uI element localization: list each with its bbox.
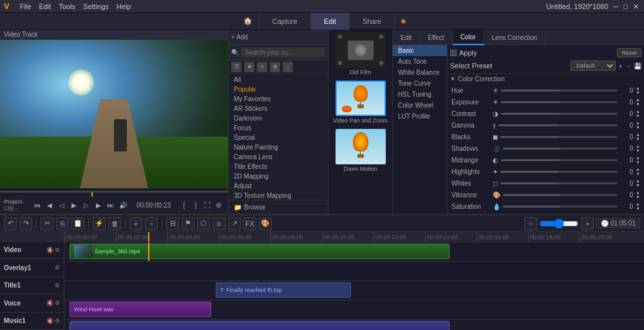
- midrange-steppers[interactable]: ▲▼: [636, 155, 640, 164]
- cat-special[interactable]: Special: [229, 133, 328, 142]
- zoom-out-button[interactable]: −: [145, 217, 158, 230]
- maximize-button[interactable]: □: [623, 3, 628, 10]
- music-settings-icon[interactable]: ⚙: [55, 318, 60, 324]
- sub-color-wheel[interactable]: Color Wheel: [393, 100, 447, 111]
- exposure-track[interactable]: [501, 101, 618, 103]
- volume-button[interactable]: 🔊: [118, 200, 128, 210]
- highlights-steppers[interactable]: ▲▼: [636, 167, 640, 176]
- minimize-button[interactable]: ─: [614, 3, 619, 10]
- tab-capture[interactable]: Capture: [260, 13, 311, 30]
- effect-old-film[interactable]: Old Film: [332, 32, 390, 75]
- cat-nature[interactable]: Nature Painting: [229, 142, 328, 152]
- sub-white-balance[interactable]: White Balance: [393, 67, 447, 78]
- voice-settings-icon[interactable]: ⚙: [55, 300, 60, 306]
- cat-2d-mapping[interactable]: 2D Mapping: [229, 171, 328, 181]
- hue-steppers[interactable]: ▲▼: [636, 86, 640, 95]
- split-button[interactable]: ⚡: [93, 217, 106, 230]
- apply-checkbox[interactable]: [450, 50, 457, 56]
- whites-track[interactable]: [500, 182, 618, 184]
- sub-hsl-tuning[interactable]: HSL Tuning: [393, 89, 447, 100]
- gamma-track[interactable]: [498, 124, 618, 126]
- preset-select[interactable]: Default: [571, 61, 616, 71]
- zoom-minus[interactable]: −: [524, 217, 537, 230]
- close-button[interactable]: ✕: [633, 3, 639, 11]
- shadows-steppers[interactable]: ▲▼: [636, 144, 640, 153]
- browse-button[interactable]: 📁 Browse: [229, 200, 328, 214]
- snap-button[interactable]: ⊟: [166, 217, 179, 230]
- vibrance-track[interactable]: [503, 194, 618, 196]
- go-end-button[interactable]: ⏭: [106, 200, 116, 210]
- cat-camera[interactable]: Camera Lens: [229, 152, 328, 162]
- menu-settings[interactable]: Settings: [83, 3, 109, 10]
- step-fwd-button[interactable]: ▷: [81, 200, 91, 210]
- cat-title-effects[interactable]: Title Effects: [229, 162, 328, 171]
- tab-effect[interactable]: Effect: [420, 30, 452, 45]
- preset-add-icon[interactable]: ＋: [617, 61, 624, 71]
- voice-mute-icon[interactable]: 🔇: [46, 300, 53, 306]
- shadows-track[interactable]: [503, 148, 618, 150]
- saturation-track[interactable]: [503, 206, 618, 208]
- tab-edit-main[interactable]: Edit: [393, 30, 420, 45]
- tab-lens[interactable]: Lens Correction: [484, 30, 546, 45]
- exposure-steppers[interactable]: ▲▼: [636, 97, 640, 106]
- motion-btn[interactable]: ↗: [228, 217, 241, 230]
- fullscreen-button[interactable]: ⛶: [202, 200, 213, 210]
- grid-icon[interactable]: ⊞: [270, 62, 280, 72]
- effect-zoom-motion[interactable]: Zoom Motion: [332, 129, 390, 172]
- vibrance-steppers[interactable]: ▲▼: [636, 190, 640, 199]
- timeline-zoom-slider[interactable]: [540, 218, 578, 229]
- next-frame-button[interactable]: ▶: [93, 200, 104, 210]
- paste-button[interactable]: 📋: [71, 217, 84, 230]
- saturation-steppers[interactable]: ▲▼: [636, 202, 640, 211]
- transition-button[interactable]: ⬡: [197, 217, 210, 230]
- tab-home[interactable]: 🏠: [237, 13, 260, 30]
- cat-adjust[interactable]: Adjust: [229, 181, 328, 191]
- menu-file[interactable]: File: [20, 3, 32, 10]
- cat-popular[interactable]: Popular: [229, 84, 328, 94]
- upgrade-icon[interactable]: ★: [400, 17, 407, 26]
- title-clip[interactable]: T Finally reached th.top: [216, 282, 351, 298]
- play-button[interactable]: ▶: [69, 200, 79, 210]
- copy-button[interactable]: ⎘: [56, 217, 69, 230]
- blacks-steppers[interactable]: ▲▼: [636, 132, 640, 141]
- hue-track[interactable]: [501, 90, 618, 92]
- cat-favorites[interactable]: My Favorites: [229, 94, 328, 104]
- reset-button[interactable]: Reset: [617, 48, 641, 57]
- go-start-button[interactable]: ⏮: [32, 200, 43, 210]
- sub-tone-curve[interactable]: Tone Curve: [393, 78, 447, 89]
- voice-clip[interactable]: Wind Howl.wav: [70, 302, 211, 317]
- video-clip[interactable]: Sample_360.mp4: [70, 244, 450, 259]
- list-icon[interactable]: ≡: [257, 62, 267, 72]
- clip-marker-button[interactable]: [: [179, 200, 189, 210]
- zoom-in-button[interactable]: +: [129, 217, 142, 230]
- cat-all[interactable]: All: [229, 75, 328, 84]
- redo-button[interactable]: ↷: [19, 217, 32, 230]
- gamma-steppers[interactable]: ▲▼: [636, 121, 640, 130]
- menu-tools[interactable]: Tools: [59, 3, 75, 10]
- video-mute-icon[interactable]: 🔇: [46, 247, 53, 253]
- cat-focus[interactable]: Focus: [229, 123, 328, 133]
- contrast-track[interactable]: [501, 113, 618, 115]
- cat-darkroom[interactable]: Darkroom: [229, 113, 328, 123]
- delete-button[interactable]: 🗑: [108, 217, 121, 230]
- add-effect-button[interactable]: + Add: [231, 34, 248, 41]
- tab-share[interactable]: Share: [350, 13, 395, 30]
- tab-color[interactable]: Color: [453, 30, 484, 45]
- sub-basic[interactable]: Basic: [393, 45, 447, 56]
- sub-lut-profile[interactable]: LUT Profile: [393, 111, 447, 122]
- highlights-track[interactable]: [500, 171, 618, 173]
- playhead[interactable]: [148, 232, 149, 242]
- track-btn[interactable]: ≡: [213, 217, 225, 230]
- sort-icon[interactable]: ↕: [283, 62, 293, 72]
- step-back-button[interactable]: ◁: [57, 200, 67, 210]
- video-settings-icon[interactable]: ⚙: [55, 247, 60, 253]
- preset-del-icon[interactable]: －: [625, 61, 632, 71]
- title-settings-icon[interactable]: ⚙: [55, 282, 60, 289]
- menu-edit[interactable]: Edit: [39, 3, 51, 10]
- sub-auto-tone[interactable]: Auto Tone: [393, 56, 447, 67]
- settings-button[interactable]: ⚙: [214, 200, 224, 210]
- star-icon[interactable]: ★: [244, 62, 254, 72]
- scrubber-bar[interactable]: [0, 188, 228, 196]
- color-correction-header[interactable]: ▼ Color Correction: [450, 73, 641, 84]
- overlay-settings-icon[interactable]: ⚙: [55, 264, 60, 271]
